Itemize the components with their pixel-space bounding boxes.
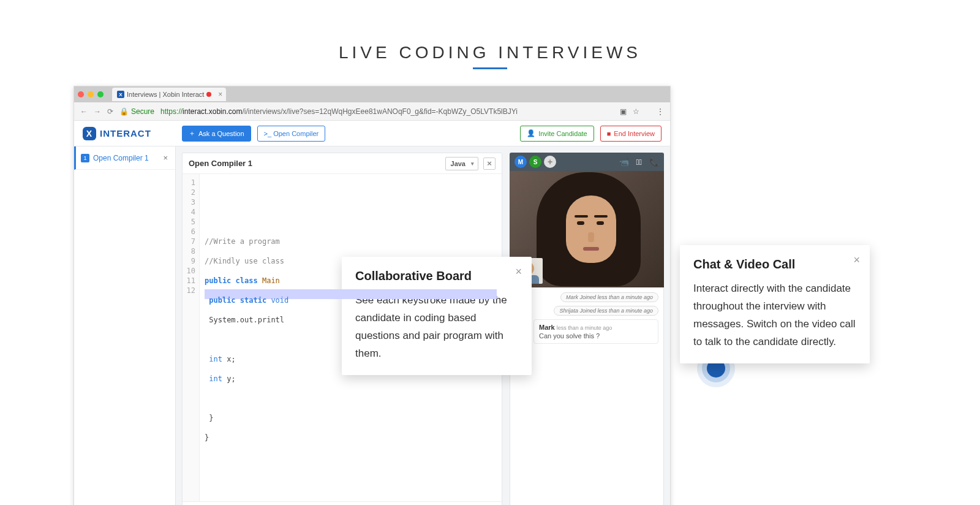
back-icon[interactable]: ← [80,107,88,116]
browser-tabbar: X Interviews | Xobin Interact × [74,86,670,102]
hangup-icon[interactable]: 📞 [649,158,659,167]
close-icon[interactable]: × [515,265,522,278]
close-icon[interactable]: × [853,254,860,267]
browser-tab[interactable]: X Interviews | Xobin Interact × [112,88,226,101]
camera-icon[interactable]: 📹 [619,158,629,167]
page-title: LIVE CODING INTERVIEWS [0,43,980,69]
invite-candidate-button[interactable]: 👤 Invite Candidate [520,126,594,142]
traffic-close-icon[interactable] [78,91,84,97]
tab-close-icon[interactable]: × [218,90,222,99]
sidebar-item-label: Open Compiler 1 [93,154,149,162]
chat-message: M Mark less than a minute ago Can you so… [515,319,658,344]
address-bar: ← → ⟳ 🔒 Secure https://interact.xobin.co… [74,102,670,121]
menu-icon[interactable]: ⋮ [657,107,664,116]
code-editor[interactable]: 123456789101112 //Write a program //Kind… [183,174,502,501]
sidebar-item-close-icon[interactable]: × [160,153,170,162]
add-participant-icon[interactable]: + [544,156,556,168]
forward-icon[interactable]: → [94,107,101,116]
sidebar-badge: 1 [81,154,89,162]
star-icon[interactable]: ☆ [633,107,639,116]
traffic-max-icon[interactable] [97,91,104,97]
video-panel: M S + 📹 🎙̸ 📞 [510,153,664,505]
avatar[interactable]: S [529,156,541,168]
cast-icon[interactable]: ▣ [620,107,627,116]
tooltip-title: Chat & Video Call [693,257,856,271]
logo-icon: X [83,127,96,140]
mic-off-icon[interactable]: 🎙̸ [636,158,643,167]
tooltip-body: Interact directly with the candidate thr… [693,280,856,351]
video-stream [510,171,664,287]
brand-logo: X INTERACT [83,127,176,140]
recording-icon [206,92,211,97]
system-notice: Mark Joined less than a minute ago [560,292,658,302]
sidebar-item-compiler[interactable]: 1 Open Compiler 1 × [74,146,175,170]
end-interview-button[interactable]: ■ End Interview [600,126,662,142]
sidebar: 1 Open Compiler 1 × [74,146,176,505]
traffic-min-icon[interactable] [88,91,94,97]
ask-question-button[interactable]: ＋ Ask a Question [182,126,251,142]
compiler-title: Open Compiler 1 [189,159,252,168]
compiler-close-icon[interactable]: × [483,158,496,170]
reload-icon[interactable]: ⟳ [107,107,113,116]
language-select[interactable]: Java [445,157,478,170]
chat-panel: Mark Joined less than a minute ago Shrij… [510,287,664,505]
video-toolbar: M S + 📹 🎙̸ 📞 [510,153,664,171]
open-compiler-button[interactable]: >_ Open Compiler [257,126,326,142]
system-notice: Shrijata Joined less than a minute ago [554,306,658,316]
url-text[interactable]: https://interact.xobin.com/i/interviews/… [160,107,518,116]
browser-window: X Interviews | Xobin Interact × ← → ⟳ 🔒 … [74,86,671,505]
app-toolbar: X INTERACT ＋ Ask a Question >_ Open Comp… [74,121,670,146]
tooltip-chat-video: × Chat & Video Call Interact directly wi… [680,245,870,363]
line-gutter: 123456789101112 [183,174,200,501]
code-body[interactable]: //Write a program //Kindly use class pub… [200,174,502,501]
avatar[interactable]: M [514,156,527,168]
favicon-icon: X [117,91,124,98]
tab-title: Interviews | Xobin Interact [127,91,204,98]
secure-badge: 🔒 Secure [119,107,154,116]
lock-icon: 🔒 [119,107,129,116]
